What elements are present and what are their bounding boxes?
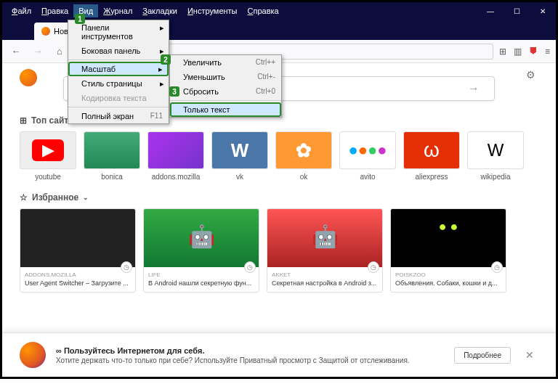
tile-youtube[interactable]: ▶youtube [20, 131, 76, 181]
menubar: ФайлПравкаВидЖурналЗакладкиИнструментыСп… [2, 4, 284, 17]
menu-icon[interactable]: ≡ [545, 46, 550, 57]
menu-item[interactable]: Стиль страницы▸ [68, 76, 169, 91]
card[interactable]: 🤖◷AKKETСекретная настройка в Android з..… [267, 208, 383, 293]
home-button[interactable]: ⌂ [52, 44, 68, 60]
card[interactable]: 🤖◷LIFEВ Android нашли секретную фун... [143, 208, 259, 293]
card[interactable]: ● ●◷POISKZOOОбъявления. Собаки, кошки и … [390, 208, 506, 293]
tile-aliexpress[interactable]: ωaliexpress [403, 131, 460, 181]
menu-item[interactable]: Масштаб▸ [68, 62, 169, 76]
star-icon: ☆ [20, 192, 28, 203]
back-button[interactable]: ← [8, 44, 24, 60]
tile-ok[interactable]: ✿ok [275, 131, 332, 181]
shield-icon[interactable]: ⛊ [529, 46, 538, 57]
toolbar-icons: ⊞ ▥ ⛊ ≡ [499, 46, 550, 57]
menu-журнал[interactable]: Журнал [98, 4, 137, 17]
menu-item[interactable]: СброситьCtrl+0 [170, 84, 281, 99]
menu-item[interactable]: УменьшитьCtrl+- [170, 70, 281, 84]
tab-label: Нов [54, 27, 68, 36]
tile-vk[interactable]: Wvk [211, 131, 268, 181]
chevron-down-icon: ⌄ [83, 194, 89, 201]
menu-закладки[interactable]: Закладки [137, 4, 182, 17]
forward-button[interactable]: → [30, 44, 46, 60]
tile-addons.mozilla[interactable]: addons.mozilla [147, 131, 204, 181]
close-icon[interactable]: ✕ [521, 349, 538, 361]
menu-item[interactable]: УвеличитьCtrl++ [170, 55, 281, 70]
window-controls: — ☐ ✕ [477, 2, 556, 20]
tile-wikipedia[interactable]: Wwikipedia [467, 131, 524, 181]
annotation-3: 3 [169, 86, 179, 97]
view-menu-dropdown: Панели инструментов▸Боковая панель▸Масшт… [68, 20, 169, 124]
menu-item[interactable]: Боковая панель▸ [68, 44, 169, 58]
firefox-logo-icon [20, 342, 46, 368]
menu-item[interactable]: Полный экранF11 [68, 109, 169, 123]
menu-правка[interactable]: Правка [36, 4, 73, 17]
tile-bonica[interactable]: bonica [84, 131, 140, 181]
banner-text: ∞ Пользуйтесь Интернетом для себя. Хотит… [56, 346, 444, 364]
maximize-button[interactable]: ☐ [504, 2, 530, 20]
card[interactable]: ◷ADDONS.MOZILLAUser Agent Switcher – Заг… [20, 208, 136, 293]
favorites-header[interactable]: ☆ Избранное ⌄ [20, 192, 538, 203]
grid-icon: ⊞ [20, 115, 27, 126]
zoom-submenu-dropdown: УвеличитьCtrl++УменьшитьCtrl+-СброситьCt… [169, 54, 282, 118]
minimize-button[interactable]: — [477, 2, 504, 20]
private-browsing-banner: ∞ Пользуйтесь Интернетом для себя. Хотит… [2, 332, 556, 377]
menu-item: Кодировка текста [68, 91, 169, 105]
sidebar-icon[interactable]: ▥ [514, 46, 522, 57]
favorites-cards: ◷ADDONS.MOZILLAUser Agent Switcher – Заг… [20, 208, 538, 293]
menu-справка[interactable]: Справка [243, 4, 284, 17]
firefox-icon [41, 27, 50, 36]
mask-icon: ∞ [56, 346, 62, 355]
menu-инструменты[interactable]: Инструменты [182, 4, 243, 17]
top-sites-tiles: ▶youtubebonicaaddons.mozillaWvk✿ok●●●●av… [20, 131, 538, 181]
menu-файл[interactable]: Файл [7, 4, 36, 17]
annotation-1: 1 [75, 14, 85, 24]
menu-item[interactable]: Только текст [170, 102, 281, 117]
annotation-2: 2 [161, 54, 171, 65]
tile-avito[interactable]: ●●●●avito [339, 131, 396, 181]
library-icon[interactable]: ⊞ [499, 46, 506, 57]
learn-more-button[interactable]: Подробнее [454, 347, 511, 364]
close-button[interactable]: ✕ [530, 2, 556, 20]
titlebar: ФайлПравкаВидЖурналЗакладкиИнструментыСп… [2, 2, 556, 20]
